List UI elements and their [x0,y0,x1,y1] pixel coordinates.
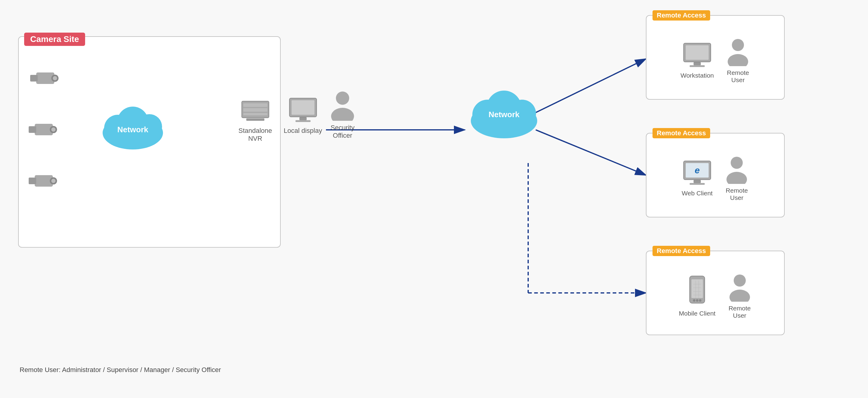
svg-line-8 [531,59,646,115]
svg-point-58 [693,299,695,302]
network-cloud-left: Network [97,100,169,134]
svg-rect-44 [686,45,709,60]
svg-point-15 [53,76,57,80]
remote-user-3: RemoteUser [728,273,752,319]
web-client-item: e Web Client [682,159,713,197]
remote-user-1: RemoteUser [726,37,750,84]
camera-2 [29,118,62,140]
svg-point-67 [734,275,746,286]
network-cloud-right: Network [465,85,543,119]
remote-access-box-3: Remote Access [646,251,785,335]
remote-user-label-1: RemoteUser [727,69,749,84]
svg-rect-34 [291,100,314,115]
camera-3 [29,169,62,191]
diagram-container: Camera Site [0,0,868,398]
remote-access-box-2: Remote Access e Web Client [646,133,785,217]
workstation-label: Workstation [681,72,714,79]
svg-text:e: e [695,165,700,175]
svg-point-54 [731,157,743,169]
svg-rect-17 [29,126,36,133]
svg-rect-30 [243,108,268,112]
svg-point-60 [699,299,702,302]
local-display-device: Local display [284,97,322,135]
svg-rect-29 [243,103,268,107]
svg-point-55 [726,172,747,184]
local-display-label: Local display [284,127,322,135]
remote-user-label-2: RemoteUser [725,187,748,202]
svg-rect-36 [296,120,311,122]
remote-access-title-1: Remote Access [652,10,710,21]
mobile-client-label: Mobile Client [679,310,715,317]
svg-rect-31 [243,113,268,115]
svg-point-38 [331,108,354,121]
remote-user-label-3: RemoteUser [728,305,751,319]
svg-rect-52 [693,180,701,183]
camera-site-label: Camera Site [24,33,85,46]
nvr-device: StandaloneNVR [239,100,272,143]
svg-point-59 [696,299,699,302]
footer-text: Remote User: Administrator / Supervisor … [20,366,221,374]
svg-point-19 [51,127,56,132]
svg-point-68 [730,289,750,302]
svg-rect-21 [29,178,36,184]
remote-access-title-2: Remote Access [652,128,710,138]
svg-point-47 [732,39,744,51]
svg-rect-57 [691,279,703,298]
svg-point-48 [728,54,748,66]
camera-1 [30,66,63,89]
svg-rect-45 [693,62,701,65]
svg-rect-32 [246,118,265,121]
svg-rect-13 [30,75,38,82]
web-client-label: Web Client [682,190,713,197]
nvr-label: StandaloneNVR [239,127,272,143]
remote-access-box-1: Remote Access Workstation RemoteUser [646,15,785,100]
svg-line-9 [536,130,646,175]
svg-rect-35 [300,117,307,120]
security-officer-label: SecurityOfficer [331,124,354,140]
remote-access-title-3: Remote Access [652,246,710,256]
svg-point-23 [51,179,56,183]
remote-user-2: RemoteUser [725,155,749,202]
mobile-client-item: Mobile Client [679,275,715,317]
svg-rect-46 [690,65,705,67]
security-officer-device: SecurityOfficer [329,91,356,140]
svg-rect-53 [690,183,705,185]
svg-point-37 [336,92,349,105]
workstation-item: Workstation [681,42,714,79]
